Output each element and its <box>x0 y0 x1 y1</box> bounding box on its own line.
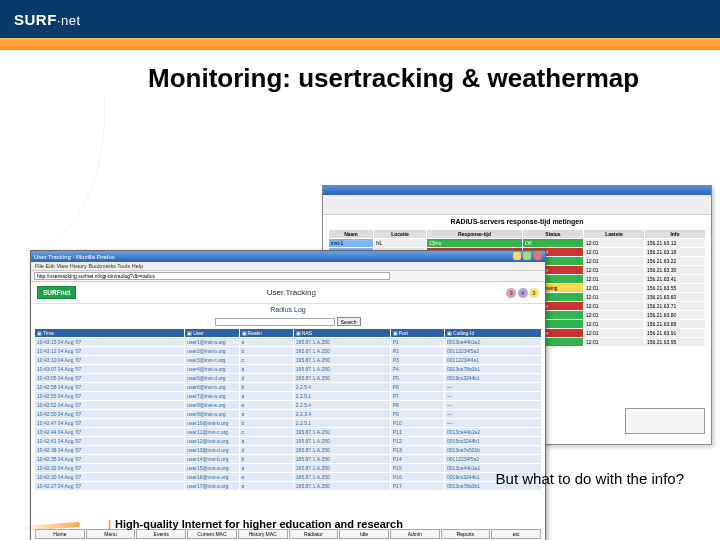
window-titlebar[interactable]: User.Tracking - Mozilla Firefox <box>31 251 545 262</box>
log-cell: P3 <box>391 356 444 364</box>
log-cell: b <box>240 419 293 427</box>
radius-cell: 156.21.63.71 <box>645 302 705 310</box>
radius-col-header: Info <box>645 230 705 238</box>
log-col-header[interactable]: Realm <box>240 329 293 337</box>
log-col-header[interactable]: Calling-Id <box>445 329 541 337</box>
radius-cell: 12:01 <box>584 302 644 310</box>
nav-button[interactable]: Events <box>136 529 186 539</box>
log-cell: P13 <box>391 446 444 454</box>
log-cell: 10:42:55 04 Aug '07 <box>35 392 184 400</box>
log-row: 10:43:10 04 Aug '07user3@inst-c.orgc195.… <box>35 356 541 364</box>
page-header: SURFnet User.Tracking 3 4 3 <box>31 282 545 304</box>
log-cell: 195.87.1.A.250 <box>294 464 390 472</box>
logo-suffix: ·net <box>57 13 81 28</box>
search-button[interactable]: Search <box>337 317 361 326</box>
radius-cell: 12:01 <box>584 329 644 337</box>
log-cell: 195.87.1.A.250 <box>294 446 390 454</box>
footer-bar-icon: | <box>108 518 111 530</box>
log-cell: 195.87.1.A.250 <box>294 455 390 463</box>
radius-cell: 156.21.63.41 <box>645 275 705 283</box>
log-col-header[interactable]: User <box>185 329 238 337</box>
dot-2: 4 <box>518 288 528 298</box>
minimize-icon[interactable] <box>513 252 521 260</box>
url-field[interactable]: http://usertracking.surfnet.nl/cgi-bin/r… <box>34 272 390 280</box>
log-cell: 195.87.1.A.250 <box>294 482 390 490</box>
footer-swoosh-icon <box>20 516 90 534</box>
log-cell: — <box>445 383 541 391</box>
nav-button[interactable]: Current MAC <box>187 529 237 539</box>
log-cell: a <box>240 437 293 445</box>
screenshot-area: RADIUS-servers response-tijd metingen Na… <box>30 185 712 490</box>
radius-cell: 156.21.63.88 <box>645 320 705 328</box>
logo: SURF·net <box>14 11 81 28</box>
log-row: 10:42:38 04 Aug '07user13@inst-d.orgd195… <box>35 446 541 454</box>
log-row: 10:42:52 04 Aug '07user8@inst-e.orge2.2.… <box>35 401 541 409</box>
menu-bar[interactable]: File Edit View History Bookmarks Tools H… <box>31 262 545 271</box>
log-cell: P5 <box>391 374 444 382</box>
log-cell: P1 <box>391 338 444 346</box>
log-cell: 10:43:12 04 Aug '07 <box>35 347 184 355</box>
log-cell: 195.87.1.A.250 <box>294 365 390 373</box>
log-cell: 10:42:52 04 Aug '07 <box>35 401 184 409</box>
radius-cell: NL <box>374 239 426 247</box>
log-cell: user15@inst-a.org <box>185 464 238 472</box>
log-cell: 00112234f5a2 <box>445 347 541 355</box>
log-row: 10:43:05 04 Aug '07user5@inst-d.orgd195.… <box>35 374 541 382</box>
radius-col-header: Status <box>523 230 583 238</box>
radius-cell: 12:01 <box>584 311 644 319</box>
log-cell: 195.87.1.A.250 <box>294 347 390 355</box>
logo-main: SURF <box>14 11 57 28</box>
log-cell: user7@inst-a.org <box>185 392 238 400</box>
log-cell: user2@inst-b.org <box>185 347 238 355</box>
search-bar: Search <box>31 315 545 328</box>
log-cell: user6@inst-b.org <box>185 383 238 391</box>
radius-cell: 156.21.63.18 <box>645 248 705 256</box>
radius-col-header: Locatie <box>374 230 426 238</box>
dot-1: 3 <box>506 288 516 298</box>
log-cell: 2.2.5.4 <box>294 383 390 391</box>
log-cell: 10:42:35 04 Aug '07 <box>35 455 184 463</box>
log-row: 10:43:12 04 Aug '07user2@inst-b.orgb195.… <box>35 347 541 355</box>
log-cell: user14@inst-b.org <box>185 455 238 463</box>
radius-cell: 13ms <box>427 239 522 247</box>
log-row: 10:42:30 04 Aug '07user16@inst-e.orge195… <box>35 473 541 481</box>
page-title: User.Tracking <box>267 288 316 297</box>
nav-button[interactable]: Radiator <box>289 529 339 539</box>
log-cell: 2.2.5.4 <box>294 401 390 409</box>
log-cell: d <box>240 446 293 454</box>
log-col-header[interactable]: NAS <box>294 329 390 337</box>
log-cell: user10@inst-b.org <box>185 419 238 427</box>
log-cell: 10:42:27 04 Aug '07 <box>35 482 184 490</box>
log-cell: 10:42:41 04 Aug '07 <box>35 437 184 445</box>
log-cell: 2.2.5.1 <box>294 419 390 427</box>
url-bar: http://usertracking.surfnet.nl/cgi-bin/r… <box>31 271 545 282</box>
nav-button[interactable]: etc <box>491 529 541 539</box>
log-row: 10:42:58 04 Aug '07user6@inst-b.orgb2.2.… <box>35 383 541 391</box>
nav-button[interactable]: Admin <box>390 529 440 539</box>
log-cell: b <box>240 455 293 463</box>
log-cell: a <box>240 338 293 346</box>
section-label: Radius Log <box>31 304 545 315</box>
radius-log: TimeUserRealmNASPortCalling-Id 10:43:15 … <box>31 328 545 491</box>
radius-cell: 156.21.63.95 <box>645 338 705 346</box>
log-cell: user17@inst-a.org <box>185 482 238 490</box>
log-cell: c <box>240 356 293 364</box>
close-icon[interactable] <box>534 252 542 260</box>
log-cell: P7 <box>391 392 444 400</box>
log-cell: 195.87.1.A.250 <box>294 338 390 346</box>
log-col-header[interactable]: Time <box>35 329 184 337</box>
log-col-header[interactable]: Port <box>391 329 444 337</box>
log-cell: 0015cc3244b1 <box>445 437 541 445</box>
nav-button[interactable]: Menu <box>86 529 136 539</box>
log-cell: — <box>445 419 541 427</box>
nav-button[interactable]: Idle <box>339 529 389 539</box>
status-dots: 3 4 3 <box>506 288 539 298</box>
log-row: 10:43:15 04 Aug '07user1@inst-a.orga195.… <box>35 338 541 346</box>
log-cell: user11@inst-c.org <box>185 428 238 436</box>
search-input[interactable] <box>215 318 335 326</box>
radius-cell: 12:01 <box>584 239 644 247</box>
nav-button[interactable]: History MAC <box>238 529 288 539</box>
maximize-icon[interactable] <box>523 252 531 260</box>
log-cell: 0013ce7e501b <box>445 446 541 454</box>
nav-button[interactable]: Reports <box>441 529 491 539</box>
